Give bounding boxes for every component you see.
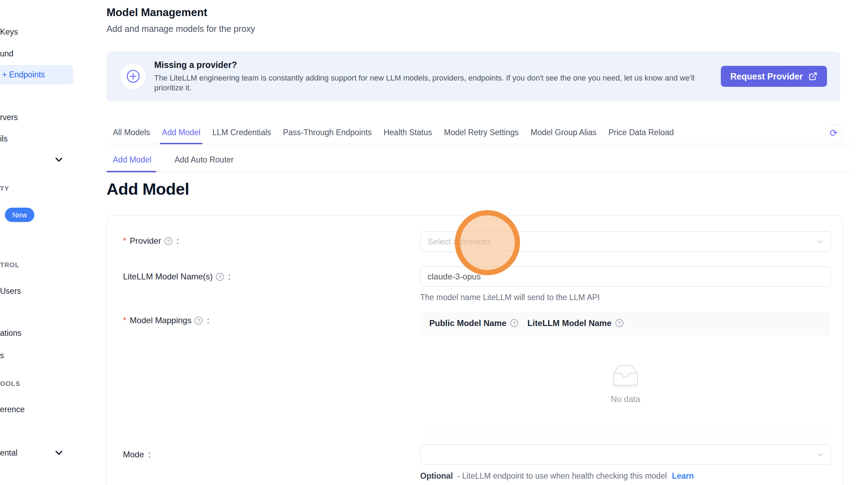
chevron-down-icon	[816, 238, 824, 245]
required-asterisk: *	[123, 316, 126, 325]
sidebar-item-teams[interactable]: s	[0, 351, 4, 360]
column-header-label: Public Model Name	[429, 318, 506, 328]
sidebar-item-internal-users[interactable]: Users	[0, 286, 21, 296]
label-colon: :	[228, 272, 231, 282]
missing-provider-banner: Missing a provider? The LiteLLM engineer…	[107, 51, 840, 101]
question-circle-icon[interactable]: ?	[216, 273, 224, 281]
banner-body: The LiteLLM engineering team is constant…	[154, 73, 711, 93]
column-header-litellm-model-name: LiteLLM Model Name ?	[518, 312, 831, 334]
provider-select[interactable]: Select a provider	[420, 231, 831, 252]
model-mappings-label: * Model Mappings ? :	[123, 316, 209, 325]
banner-text: Missing a provider? The LiteLLM engineer…	[154, 60, 711, 93]
question-circle-icon[interactable]: ?	[164, 237, 172, 245]
tab-llm-credentials[interactable]: LLM Credentials	[212, 128, 272, 144]
learn-link[interactable]: Learn	[672, 471, 694, 480]
sidebar-item-experimental[interactable]: ental	[0, 448, 18, 458]
tab-pass-through-endpoints[interactable]: Pass-Through Endpoints	[282, 128, 373, 144]
sidebar-item-playground[interactable]: und	[0, 49, 13, 58]
mode-label-text: Mode	[123, 450, 144, 459]
tab-price-data-reload[interactable]: Price Data Reload	[608, 128, 675, 144]
sidebar-section-observability: TY	[0, 185, 9, 193]
sidebar-item-reference[interactable]: erence	[0, 405, 25, 414]
tab-health-status[interactable]: Health Status	[383, 128, 433, 144]
model-management-page: Keys und + Endpoints rvers ils TY New TR…	[0, 0, 868, 485]
label-colon: :	[207, 316, 209, 325]
chevron-down-icon[interactable]	[53, 447, 64, 458]
chevron-down-icon	[816, 451, 824, 458]
plus-circle-icon	[121, 64, 146, 89]
request-provider-button[interactable]: Request Provider	[721, 66, 827, 87]
mode-label: Mode :	[123, 450, 151, 459]
provider-label-text: Provider	[130, 236, 161, 246]
required-asterisk: *	[123, 236, 126, 246]
add-model-heading: Add Model	[107, 179, 189, 199]
chevron-down-icon[interactable]	[53, 154, 64, 165]
add-model-form-card: * Provider ? : Select a provider LiteLLM…	[107, 215, 843, 485]
subtab-add-model[interactable]: Add Model	[112, 155, 152, 172]
inbox-icon	[608, 362, 643, 391]
model-mappings-empty-state: No data	[420, 334, 831, 432]
column-header-label: LiteLLM Model Name	[527, 318, 611, 328]
page-title: Model Management	[107, 6, 207, 19]
question-circle-icon[interactable]: ?	[194, 317, 203, 325]
tab-all-models[interactable]: All Models	[112, 128, 151, 144]
model-mappings-table: Public Model Name ? LiteLLM Model Name ?…	[420, 312, 831, 432]
sidebar: Keys und + Endpoints rvers ils TY New TR…	[0, 0, 75, 485]
sidebar-section-access-control: TROL	[0, 261, 20, 269]
tab-add-model[interactable]: Add Model	[161, 128, 201, 144]
sidebar-item-virtual-keys[interactable]: Keys	[0, 27, 18, 37]
sidebar-item-label: + Endpoints	[2, 70, 45, 79]
question-circle-icon[interactable]: ?	[510, 319, 518, 327]
mode-select[interactable]	[420, 444, 831, 465]
model-tabs: All ModelsAdd ModelLLM CredentialsPass-T…	[107, 123, 852, 144]
model-mappings-table-header: Public Model Name ? LiteLLM Model Name ?	[420, 312, 831, 334]
model-name-label-text: LiteLLM Model Name(s)	[123, 272, 213, 282]
model-name-label: LiteLLM Model Name(s) ? :	[123, 272, 231, 282]
no-data-text: No data	[611, 394, 640, 404]
external-link-icon	[808, 72, 818, 81]
provider-label: * Provider ? :	[123, 236, 179, 246]
banner-title: Missing a provider?	[154, 60, 711, 70]
model-mappings-label-text: Model Mappings	[130, 316, 191, 325]
label-colon: :	[177, 236, 179, 246]
request-provider-label: Request Provider	[730, 71, 803, 82]
model-name-helper: The model name LiteLLM will send to the …	[420, 293, 600, 302]
subtab-add-auto-router[interactable]: Add Auto Router	[174, 155, 234, 172]
sidebar-new-badge: New	[5, 208, 34, 222]
label-colon: :	[148, 450, 151, 459]
mode-helper-text: - LiteLLM endpoint to use when health ch…	[457, 471, 667, 480]
sidebar-item-organizations[interactable]: ations	[0, 328, 21, 338]
mode-helper-optional: Optional	[420, 471, 453, 480]
page-subtitle: Add and manage models for the proxy	[107, 24, 255, 34]
sidebar-section-tools: OOLS	[0, 380, 20, 388]
model-name-input[interactable]	[420, 266, 831, 287]
refresh-icon[interactable]: ⟳	[825, 125, 842, 141]
tab-model-retry-settings[interactable]: Model Retry Settings	[443, 128, 519, 144]
mode-helper: Optional - LiteLLM endpoint to use when …	[420, 471, 694, 481]
question-circle-icon[interactable]: ?	[615, 319, 623, 327]
add-model-subtabs: Add ModelAdd Auto Router	[107, 152, 852, 172]
sidebar-item-models-endpoints[interactable]: + Endpoints	[0, 65, 73, 84]
sidebar-item-mcp-servers[interactable]: rvers	[0, 113, 18, 122]
provider-select-placeholder: Select a provider	[428, 237, 491, 247]
tab-model-group-alias[interactable]: Model Group Alias	[530, 128, 597, 144]
sidebar-item-guardrails[interactable]: ils	[0, 134, 8, 144]
column-header-public-model-name: Public Model Name ?	[420, 312, 518, 334]
